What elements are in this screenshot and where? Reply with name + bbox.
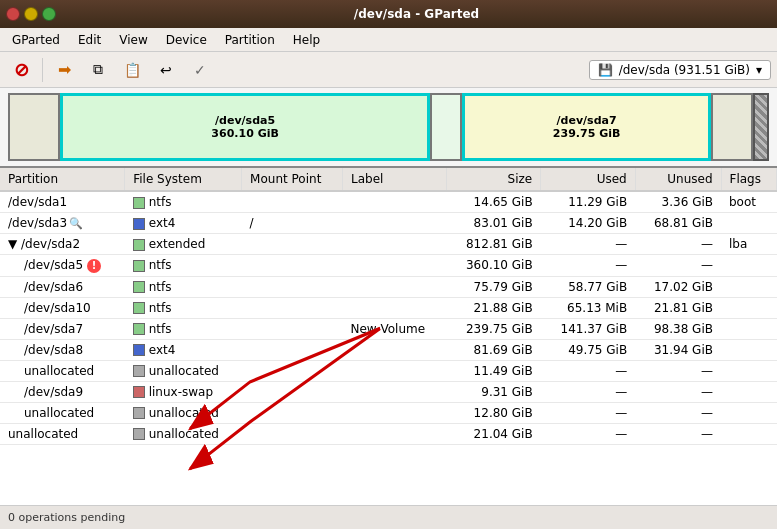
disk-sda7-label: /dev/sda7 <box>557 114 617 127</box>
cell-label <box>343 360 447 381</box>
cell-size: 21.88 GiB <box>446 297 541 318</box>
cell-used: 65.13 MiB <box>541 297 636 318</box>
cell-filesystem: ntfs <box>125 276 242 297</box>
col-partition: Partition <box>0 168 125 191</box>
cell-partition: /dev/sda3🔍 <box>0 213 125 234</box>
cell-filesystem: ntfs <box>125 255 242 277</box>
cell-flags: boot <box>721 191 777 213</box>
menu-view[interactable]: View <box>111 31 155 49</box>
disk-end-unallocated <box>753 93 769 161</box>
status-text: 0 operations pending <box>8 511 125 524</box>
sda-small-left[interactable] <box>8 93 60 161</box>
cell-flags <box>721 318 777 339</box>
new-partition-table-button[interactable]: ⊘ <box>6 56 36 84</box>
copy-button[interactable]: ⧉ <box>83 56 113 84</box>
table-row[interactable]: unallocatedunallocated11.49 GiB—— <box>0 360 777 381</box>
disk-sda6-small[interactable] <box>430 93 462 161</box>
table-row[interactable]: /dev/sda6ntfs75.79 GiB58.77 GiB17.02 GiB <box>0 276 777 297</box>
magnify-icon: 🔍 <box>69 217 83 230</box>
col-label: Label <box>343 168 447 191</box>
table-row[interactable]: /dev/sda9linux-swap9.31 GiB—— <box>0 381 777 402</box>
cell-mountpoint <box>242 255 343 277</box>
menu-help[interactable]: Help <box>285 31 328 49</box>
cell-unused: — <box>635 381 721 402</box>
cell-partition: unallocated <box>0 423 125 444</box>
cell-mountpoint <box>242 191 343 213</box>
cell-used: — <box>541 360 636 381</box>
menu-gparted[interactable]: GParted <box>4 31 68 49</box>
cell-partition: /dev/sda8 <box>0 339 125 360</box>
disk-sda5[interactable]: /dev/sda5 360.10 GiB <box>60 93 430 161</box>
cell-mountpoint <box>242 423 343 444</box>
arrow-button[interactable]: ➡ <box>49 56 79 84</box>
menu-device[interactable]: Device <box>158 31 215 49</box>
cell-flags <box>721 402 777 423</box>
toolbar: ⊘ ➡ ⧉ 📋 ↩ ✓ 💾 /dev/sda (931.51 GiB) ▾ <box>0 52 777 88</box>
cell-used: — <box>541 402 636 423</box>
device-selector[interactable]: 💾 /dev/sda (931.51 GiB) ▾ <box>589 60 771 80</box>
cell-filesystem: extended <box>125 234 242 255</box>
cell-flags <box>721 381 777 402</box>
titlebar: /dev/sda - GParted <box>0 0 777 28</box>
table-row[interactable]: unallocatedunallocated21.04 GiB—— <box>0 423 777 444</box>
cell-size: 81.69 GiB <box>446 339 541 360</box>
cell-filesystem: ntfs <box>125 318 242 339</box>
cell-label <box>343 423 447 444</box>
cell-label <box>343 213 447 234</box>
table-row[interactable]: /dev/sda8ext481.69 GiB49.75 GiB31.94 GiB <box>0 339 777 360</box>
table-row[interactable]: /dev/sda10ntfs21.88 GiB65.13 MiB21.81 Gi… <box>0 297 777 318</box>
table-row[interactable]: /dev/sda7ntfsNew Volume239.75 GiB141.37 … <box>0 318 777 339</box>
undo-button[interactable]: ↩ <box>151 56 181 84</box>
warning-icon: ! <box>87 259 101 273</box>
minimize-button[interactable] <box>24 7 38 21</box>
apply-button[interactable]: ✓ <box>185 56 215 84</box>
cell-mountpoint <box>242 297 343 318</box>
cell-used: 49.75 GiB <box>541 339 636 360</box>
partition-table: Partition File System Mount Point Label … <box>0 168 777 445</box>
cell-partition: /dev/sda6 <box>0 276 125 297</box>
table-row[interactable]: /dev/sda1ntfs14.65 GiB11.29 GiB3.36 GiBb… <box>0 191 777 213</box>
cell-used: 141.37 GiB <box>541 318 636 339</box>
cell-used: — <box>541 234 636 255</box>
cell-flags <box>721 423 777 444</box>
cell-partition: /dev/sda5! <box>0 255 125 277</box>
cell-unused: 31.94 GiB <box>635 339 721 360</box>
cell-mountpoint <box>242 360 343 381</box>
cell-mountpoint <box>242 276 343 297</box>
table-row[interactable]: ▼ /dev/sda2extended812.81 GiB——lba <box>0 234 777 255</box>
menu-partition[interactable]: Partition <box>217 31 283 49</box>
cell-unused: — <box>635 402 721 423</box>
cell-partition: /dev/sda1 <box>0 191 125 213</box>
table-row[interactable]: unallocatedunallocated12.80 GiB—— <box>0 402 777 423</box>
cell-partition: ▼ /dev/sda2 <box>0 234 125 255</box>
disk-visual-area: /dev/sda5 360.10 GiB /dev/sda7 239.75 Gi… <box>0 88 777 168</box>
paste-button[interactable]: 📋 <box>117 56 147 84</box>
main-content: /dev/sda5 360.10 GiB /dev/sda7 239.75 Gi… <box>0 88 777 529</box>
cell-flags <box>721 255 777 277</box>
table-row[interactable]: /dev/sda5!ntfs360.10 GiB—— <box>0 255 777 277</box>
maximize-button[interactable] <box>42 7 56 21</box>
close-button[interactable] <box>6 7 20 21</box>
table-header-row: Partition File System Mount Point Label … <box>0 168 777 191</box>
cell-flags <box>721 360 777 381</box>
disk-sda7-size: 239.75 GiB <box>553 127 620 140</box>
cell-size: 14.65 GiB <box>446 191 541 213</box>
cell-size: 11.49 GiB <box>446 360 541 381</box>
device-label: /dev/sda (931.51 GiB) <box>619 63 750 77</box>
cell-mountpoint <box>242 402 343 423</box>
disk-visualization: /dev/sda5 360.10 GiB /dev/sda7 239.75 Gi… <box>0 88 777 168</box>
cell-label <box>343 234 447 255</box>
disk-sda7[interactable]: /dev/sda7 239.75 GiB <box>462 93 711 161</box>
cell-unused: — <box>635 234 721 255</box>
table-row[interactable]: /dev/sda3🔍ext4/83.01 GiB14.20 GiB68.81 G… <box>0 213 777 234</box>
partition-table-container[interactable]: Partition File System Mount Point Label … <box>0 168 777 529</box>
cell-label: New Volume <box>343 318 447 339</box>
col-used: Used <box>541 168 636 191</box>
cell-label <box>343 191 447 213</box>
cell-label <box>343 276 447 297</box>
cell-used: — <box>541 381 636 402</box>
cell-flags <box>721 339 777 360</box>
col-flags: Flags <box>721 168 777 191</box>
menu-edit[interactable]: Edit <box>70 31 109 49</box>
disk-sda8-small[interactable] <box>711 93 753 161</box>
